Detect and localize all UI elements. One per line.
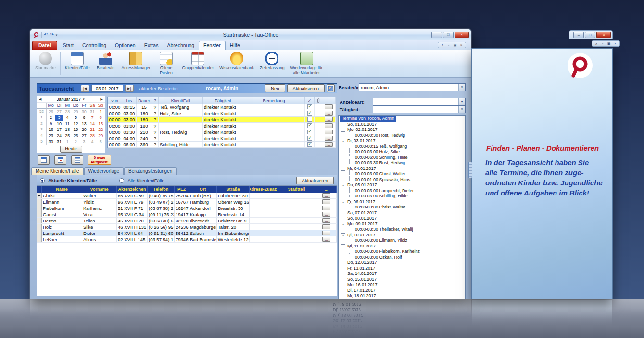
calendar-day[interactable]: 30: [47, 139, 55, 145]
tree-date-item[interactable]: Di, 03.01.2017: [340, 138, 465, 144]
row-more-button[interactable]: ...: [322, 218, 330, 223]
client-row[interactable]: EllmannYildiz96 XVII E 79(03 49 07) 2 10…: [37, 199, 337, 205]
row-more-button[interactable]: ...: [322, 224, 330, 229]
calendar-day[interactable]: 2: [72, 139, 80, 145]
today-button[interactable]: Heute: [60, 146, 82, 153]
tab-hilfe[interactable]: Hilfe: [226, 41, 244, 50]
tree-appointment-item[interactable]: 00:00-03:00 Özkan, Rolf: [340, 255, 465, 260]
toolbar-gruppenkalender-button[interactable]: Gruppenkalender: [179, 51, 217, 77]
appointment-row[interactable]: 00:0003:30210?Rost, Hedwigdirekter Konta…: [108, 129, 336, 135]
calendar-day[interactable]: 29: [72, 109, 80, 115]
tab-wiedervorlage[interactable]: Wiedervorlage: [84, 167, 124, 175]
tree-appointment-item[interactable]: 00:00-00:15 Teß, Wolfgang: [340, 144, 465, 150]
row-more-button[interactable]: ...: [325, 104, 333, 109]
tree-appointment-item[interactable]: 00:00-03:00 Lamprecht, Dieter: [340, 188, 465, 194]
bg-mdi-window-minimize-icon[interactable]: ▫: [600, 41, 605, 46]
mdi-window-close-icon[interactable]: ×: [459, 43, 464, 48]
appointment-row[interactable]: 00:0003:00180?Holz, Silkedirekter Kontak…: [108, 110, 336, 117]
tree-expander-icon[interactable]: [341, 128, 345, 132]
tree-date-item[interactable]: So, 08.01.2017: [340, 216, 465, 221]
mdi-window-minimize-icon[interactable]: ▫: [446, 43, 451, 48]
tab-fenster[interactable]: Fenster: [199, 41, 226, 50]
tree-date-item[interactable]: Do, 12.01.2017: [340, 260, 465, 266]
tree-appointment-item[interactable]: 00:00-03:00 Christ, Walter: [340, 171, 465, 177]
tree-expander-icon[interactable]: [341, 233, 345, 237]
calendar-day[interactable]: 13: [80, 121, 88, 127]
bg-mdi-collapse-ribbon-icon[interactable]: ∧: [594, 41, 599, 46]
bg-close-button[interactable]: ×: [596, 32, 611, 38]
client-row[interactable]: FiebelkornKarlheinz51 XVII F 71(03 87 58…: [37, 205, 337, 211]
calendar-day[interactable]: 1: [97, 109, 105, 115]
row-more-button[interactable]: ...: [322, 212, 330, 217]
tree-appointment-item[interactable]: 00:00-03:00 Fiebelkorn, Karlheinz: [340, 249, 465, 255]
bg-minimize-button[interactable]: –: [573, 32, 584, 38]
tree-appointment-item[interactable]: 00:00-03:00 Ellmann, Yildiz: [340, 238, 465, 244]
calendar-day[interactable]: 23: [47, 133, 55, 139]
toolbar-zeiterfassung-button[interactable]: Zeiterfassung: [257, 51, 288, 77]
row-more-button[interactable]: ...: [325, 136, 333, 141]
tree-expander-icon[interactable]: [341, 244, 345, 248]
calendar-day[interactable]: 28: [63, 109, 72, 115]
berater-combobox[interactable]: rocom, Admin ▼: [359, 83, 466, 91]
tree-expander-icon[interactable]: [341, 222, 345, 226]
tab-extras[interactable]: Extras: [140, 41, 163, 50]
new-tasks-badge[interactable]: 0 neue Aufgaben!: [88, 155, 111, 165]
toolbar-berater-in-button[interactable]: Berater/in: [93, 51, 119, 77]
month-view-button[interactable]: [54, 155, 66, 165]
row-more-button[interactable]: ...: [322, 231, 330, 235]
done-checkbox[interactable]: [305, 110, 315, 116]
calendar-day[interactable]: 11: [63, 121, 72, 127]
toolbar-klienten-f-lle-button[interactable]: Klienten/Fälle: [62, 51, 93, 77]
tree-appointment-item[interactable]: 00:00-03:30 Rost, Hedwig: [340, 160, 465, 166]
tree-date-item[interactable]: Mi, 11.01.2017: [340, 244, 465, 249]
tree-appointment-item[interactable]: 00:00-03:30 Theilacker, Witalij: [340, 227, 465, 233]
calendar-day[interactable]: 2: [47, 115, 55, 121]
tree-date-item[interactable]: Di, 17.01.2017: [340, 288, 465, 294]
calendar-day[interactable]: 5: [97, 139, 105, 145]
tree-expander-icon[interactable]: [341, 139, 345, 143]
calendar-day[interactable]: 15: [97, 121, 105, 127]
calendar-day[interactable]: 25: [63, 133, 72, 139]
tree-date-item[interactable]: Mi, 04.01.2017: [340, 166, 465, 172]
row-more-button[interactable]: ...: [325, 142, 333, 147]
calendar-day[interactable]: 21: [88, 127, 96, 133]
calendar-day[interactable]: 20: [80, 127, 88, 133]
done-checkbox[interactable]: [305, 142, 315, 147]
toolbar-adressmanager-button[interactable]: AdressManager: [119, 51, 153, 77]
quick-access-dropdown-icon[interactable]: ▾: [56, 33, 58, 37]
tab-optionen[interactable]: Optionen: [111, 41, 140, 50]
maximize-button[interactable]: □: [443, 32, 454, 38]
tree-date-item[interactable]: Sa, 14.01.2017: [340, 271, 465, 277]
calendar-day[interactable]: 29: [97, 133, 105, 139]
month-dropdown-icon[interactable]: ▼: [82, 98, 85, 101]
tree-appointment-item[interactable]: 00:00-03:00 Christ, Walter: [340, 205, 465, 210]
date-field[interactable]: 03.01.2017: [91, 85, 123, 92]
row-more-button[interactable]: ...: [325, 123, 333, 128]
calendar-day[interactable]: 22: [97, 127, 105, 133]
appointment-row[interactable]: 00:0006:00360?Schilling, Hildedirekter K…: [108, 142, 336, 148]
minimize-button[interactable]: –: [431, 32, 442, 38]
tasks-view-button[interactable]: [71, 155, 83, 165]
tree-expander-icon[interactable]: [341, 200, 345, 204]
client-row[interactable]: HermsTelios45 XVII H 20(03 63 30) 6 09 3…: [37, 218, 337, 224]
mdi-collapse-ribbon-icon[interactable]: ∧: [440, 43, 445, 48]
tree-date-item[interactable]: Mo, 09.01.2017: [340, 221, 465, 227]
titlebar[interactable]: ↶ ↷ ▾ Startmaske - Tau-Office – □ ×: [30, 29, 471, 40]
tree-appointment-item[interactable]: 00:00-01:00 Spirawski, Hans: [340, 177, 465, 183]
anzeigeart-combobox[interactable]: ▼: [373, 98, 466, 105]
tree-appointment-item[interactable]: 00:00-03:00 Schilling, Hilde: [340, 194, 465, 199]
chevron-down-icon[interactable]: ▼: [458, 98, 465, 105]
done-checkbox[interactable]: [305, 135, 315, 141]
previous-day-button[interactable]: |◀: [81, 85, 89, 92]
tab-abrechnung[interactable]: Abrechnung: [163, 41, 199, 50]
calendar-day[interactable]: 18: [63, 127, 72, 133]
row-more-button[interactable]: ...: [325, 111, 333, 116]
client-row[interactable]: LeßnerAlfons02 XVII L 145(03 57 54) 1 00…: [37, 236, 337, 243]
tree-selected-item[interactable]: Termine von: rocom, Admin: [340, 116, 396, 122]
calendar-day[interactable]: 16: [47, 127, 55, 133]
client-row[interactable]: GamstVera95 XVII G 34(09 11) 76 22 86194…: [37, 211, 337, 218]
tab-controlling[interactable]: Controlling: [78, 41, 111, 50]
bg-maximize-button[interactable]: □: [585, 32, 595, 38]
calendar-day[interactable]: 14: [88, 121, 96, 127]
calendar-month-label[interactable]: Januar 2017: [57, 97, 81, 102]
